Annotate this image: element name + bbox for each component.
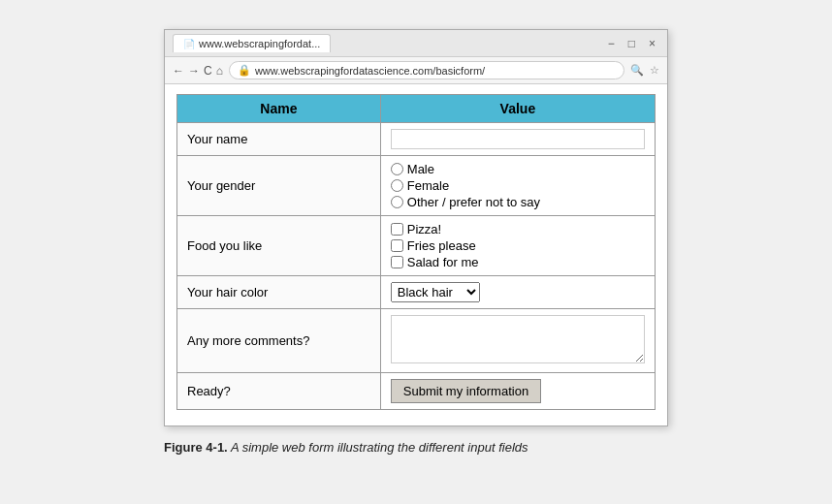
submit-button[interactable]: Submit my information [391,379,541,403]
browser-window: 📄 www.webscrapingfordat... − □ × ← → C ⌂… [164,29,668,426]
table-row-comments: Any more comments? [177,309,656,373]
figure-caption-text: A simple web form illustrating the diffe… [231,440,528,455]
food-salad-option[interactable]: Salad for me [391,255,645,269]
figure-caption-bold: Figure 4-1. [164,440,228,455]
hair-label: Your hair color [177,276,381,309]
food-pizza-option[interactable]: Pizza! [391,222,645,236]
gender-female-option[interactable]: Female [391,178,645,193]
gender-male-option[interactable]: Male [391,162,645,176]
submit-value-cell: Submit my information [380,373,655,410]
gender-other-label: Other / prefer not to say [407,195,540,209]
gender-radio-group: Male Female Other / prefer not to say [391,162,645,209]
browser-tab[interactable]: 📄 www.webscrapingfordat... [173,34,331,52]
name-value-cell [380,123,655,156]
hair-color-select[interactable]: Black hair Brown hair Blonde hair Red ha… [391,282,480,302]
search-icon[interactable]: 🔍 [630,64,644,77]
browser-addressbar: ← → C ⌂ 🔒 www.webscrapingfordatascience.… [165,57,667,84]
gender-male-radio[interactable] [391,163,403,175]
gender-female-label: Female [407,178,449,193]
food-pizza-checkbox[interactable] [391,223,403,236]
address-text: www.webscrapingfordatascience.com/basicf… [255,65,485,77]
food-value-cell: Pizza! Fries please Salad for me [380,216,655,276]
comments-textarea[interactable] [391,315,645,363]
hair-value-cell: Black hair Brown hair Blonde hair Red ha… [380,276,655,309]
home-button[interactable]: ⌂ [216,64,223,78]
security-icon: 🔒 [238,64,251,77]
browser-content: Name Value Your name Your gender [165,84,667,425]
nav-buttons: ← → C ⌂ [173,64,223,78]
name-input[interactable] [391,129,645,149]
food-fries-label: Fries please [407,238,476,253]
figure-caption: Figure 4-1. A simple web form illustrati… [164,440,668,455]
comments-label: Any more comments? [177,309,381,373]
close-button[interactable]: × [645,37,659,50]
food-fries-option[interactable]: Fries please [391,238,645,253]
comments-value-cell [380,309,655,373]
food-label: Food you like [177,216,381,276]
food-fries-checkbox[interactable] [391,239,403,252]
refresh-button[interactable]: C [204,64,212,78]
window-controls: − □ × [604,37,659,50]
gender-female-radio[interactable] [391,179,403,192]
browser-titlebar: 📄 www.webscrapingfordat... − □ × [165,30,667,57]
tab-label: www.webscrapingfordat... [199,38,320,49]
bookmark-icon[interactable]: ☆ [650,64,659,77]
name-label: Your name [177,123,381,156]
col-value-header: Value [380,95,655,123]
food-salad-label: Salad for me [407,255,479,269]
food-checkbox-group: Pizza! Fries please Salad for me [391,222,645,269]
form-table: Name Value Your name Your gender [176,94,656,410]
tab-favicon-icon: 📄 [183,39,195,49]
gender-other-option[interactable]: Other / prefer not to say [391,195,645,209]
forward-button[interactable]: → [188,64,200,78]
col-name-header: Name [177,95,381,123]
food-salad-checkbox[interactable] [391,256,403,268]
table-row-hair: Your hair color Black hair Brown hair Bl… [177,276,656,309]
table-row-submit: Ready? Submit my information [177,373,656,410]
food-pizza-label: Pizza! [407,222,441,236]
ready-label: Ready? [177,373,381,410]
restore-button[interactable]: □ [624,37,639,50]
address-bar[interactable]: 🔒 www.webscrapingfordatascience.com/basi… [229,61,624,79]
table-row-name: Your name [177,123,656,156]
table-row-gender: Your gender Male Female [177,156,656,216]
gender-value-cell: Male Female Other / prefer not to say [380,156,655,216]
gender-label: Your gender [177,156,381,216]
address-icons: 🔍 ☆ [630,64,659,77]
gender-other-radio[interactable] [391,196,403,208]
gender-male-label: Male [407,162,434,176]
table-row-food: Food you like Pizza! Fries please [177,216,656,276]
minimize-button[interactable]: − [604,37,619,50]
back-button[interactable]: ← [173,64,184,78]
